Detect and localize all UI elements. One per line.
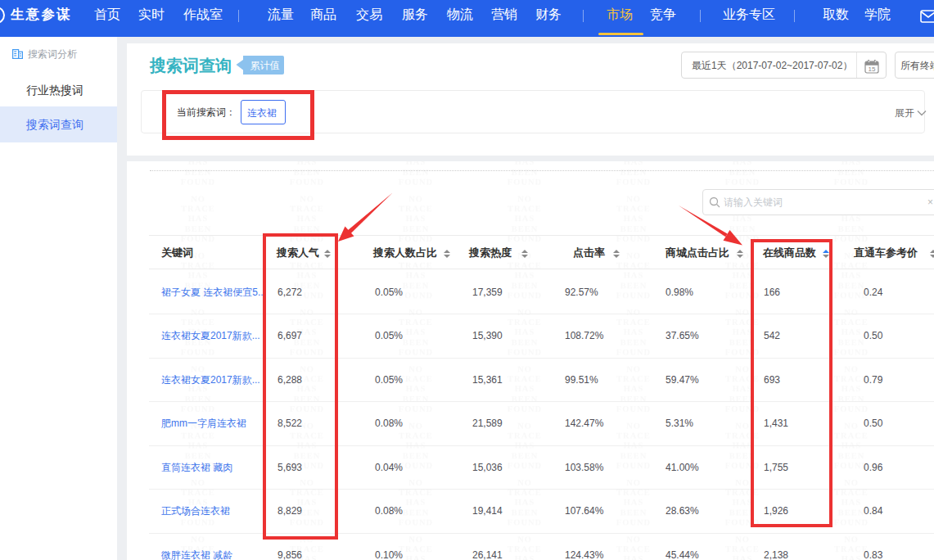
svg-text:累计值: 累计值 bbox=[250, 60, 280, 71]
svg-text:15: 15 bbox=[869, 65, 876, 73]
